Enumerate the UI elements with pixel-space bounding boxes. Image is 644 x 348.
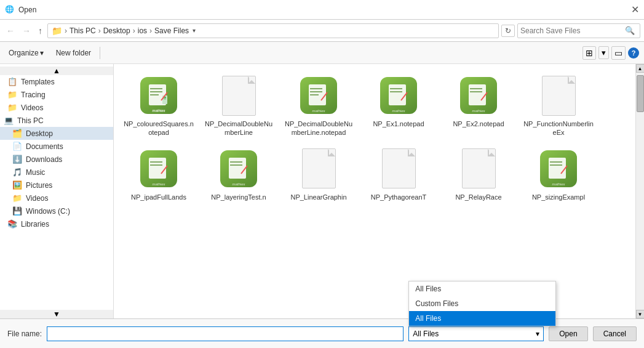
vertical-scrollbar[interactable]: ▲ ▼ — [635, 64, 644, 318]
file-item-7[interactable]: mathies NP_ipadFullLands — [119, 142, 199, 206]
file-area: mathies NP_colouredSquares.notepad NP_De… — [114, 64, 635, 318]
generic-file-icon-10 — [382, 148, 416, 188]
scroll-thumb[interactable] — [637, 75, 644, 112]
path-desktop[interactable]: Desktop — [103, 26, 130, 35]
file-icon-4: mathies — [377, 74, 420, 117]
close-button[interactable]: ✕ — [631, 4, 639, 15]
file-icon-5: mathies — [457, 74, 500, 117]
search-box: 🔍 — [517, 23, 640, 38]
svg-rect-23 — [150, 164, 162, 166]
file-name-10: NP_PythagoreanT — [371, 193, 427, 201]
file-item-5[interactable]: mathies NP_Ex2.notepad — [439, 69, 519, 142]
sidebar-item-music[interactable]: 🎵 Music — [0, 166, 113, 179]
sidebar-item-documents[interactable]: 📄 Documents — [0, 140, 113, 153]
svg-rect-1 — [150, 88, 162, 89]
file-item-9[interactable]: NP_LinearGraphin — [279, 142, 359, 206]
organize-button[interactable]: Organize ▾ — [5, 47, 47, 59]
svg-rect-21 — [149, 158, 166, 179]
new-folder-label: New folder — [56, 49, 91, 57]
notepad-app-icon-12: mathies — [540, 150, 577, 187]
path-save-files[interactable]: Save Files — [154, 26, 189, 35]
organize-label: Organize — [9, 49, 39, 57]
sidebar-label-templates: Templates — [21, 78, 55, 86]
dropdown-option-custom-files[interactable]: Custom Files — [409, 296, 555, 311]
help-button[interactable]: ? — [628, 47, 639, 59]
path-ios[interactable]: ios — [138, 26, 147, 35]
file-item-10[interactable]: NP_PythagoreanT — [359, 142, 439, 206]
sidebar-item-downloads[interactable]: ⬇️ Downloads — [0, 153, 113, 166]
back-button[interactable]: ← — [4, 25, 17, 37]
file-name-6: NP_FunctionNumberlineEx — [522, 119, 595, 137]
svg-rect-9 — [310, 88, 322, 89]
view-details-button[interactable]: ▭ — [611, 46, 626, 60]
sidebar-scroll-down[interactable]: ▼ — [0, 310, 113, 318]
path-this-pc[interactable]: This PC — [70, 26, 96, 35]
file-item-2[interactable]: NP_DecimalDoubleNumberLine — [199, 69, 279, 142]
toolbar: Organize ▾ New folder ⊞ ▾ ▭ ? — [0, 42, 644, 64]
notepad-app-icon-8: mathies — [220, 150, 257, 187]
pictures-icon: 🖼️ — [12, 180, 22, 190]
file-name-2: NP_DecimalDoubleNumberLine — [202, 119, 275, 137]
generic-file-icon-11 — [462, 148, 496, 188]
view-dropdown-button[interactable]: ▾ — [598, 46, 609, 59]
file-icon-6 — [537, 74, 580, 117]
address-path: 📁 › This PC › Desktop › ios › Save Files… — [47, 23, 499, 38]
tracing-icon: 📁 — [7, 90, 17, 99]
scroll-up-button[interactable]: ▲ — [636, 64, 645, 73]
cancel-button[interactable]: Cancel — [593, 326, 637, 341]
dropdown-option-all-files[interactable]: All Files — [409, 281, 555, 296]
sidebar-item-videos2[interactable]: 📁 Videos — [0, 192, 113, 204]
file-type-container: All Files ▾ All Files Custom Files All F… — [408, 326, 544, 341]
file-item-6[interactable]: NP_FunctionNumberlineEx — [519, 69, 598, 142]
file-icon-3: mathies — [297, 74, 340, 117]
sidebar-label-music: Music — [26, 168, 45, 177]
notepad-app-icon-5: mathies — [460, 77, 497, 114]
file-type-dropdown-trigger[interactable]: All Files ▾ — [408, 326, 544, 341]
open-button[interactable]: Open — [549, 326, 587, 341]
svg-rect-31 — [550, 164, 562, 166]
view-large-icons-button[interactable]: ⊞ — [582, 46, 596, 60]
sidebar-scroll-up[interactable]: ▲ — [0, 67, 113, 75]
sidebar-item-templates[interactable]: 📋 Templates — [0, 75, 113, 88]
file-item-3[interactable]: mathies NP_DecimalDoubleNumberLine.notep… — [279, 69, 359, 142]
file-name-1: NP_colouredSquares.notepad — [122, 119, 195, 137]
sidebar-label-tracing: Tracing — [21, 91, 46, 99]
search-input[interactable] — [520, 26, 625, 35]
svg-rect-27 — [230, 164, 242, 166]
file-name-input[interactable] — [47, 326, 403, 341]
sidebar-item-libraries[interactable]: 📚 Libraries — [0, 217, 113, 230]
libraries-icon: 📚 — [7, 219, 17, 229]
up-button[interactable]: ↑ — [36, 25, 45, 37]
svg-rect-18 — [470, 88, 482, 89]
sidebar-item-windows-c[interactable]: 💾 Windows (C:) — [0, 204, 113, 217]
sidebar-item-this-pc[interactable]: 💻 This PC — [0, 114, 113, 127]
svg-rect-22 — [150, 161, 162, 163]
file-item-8[interactable]: mathies NP_layeringTest.n — [199, 142, 279, 206]
sidebar-item-pictures[interactable]: 🖼️ Pictures — [0, 179, 113, 192]
sidebar-item-tracing[interactable]: 📁 Tracing — [0, 88, 113, 101]
windows-c-icon: 💾 — [12, 206, 22, 216]
scroll-down-button[interactable]: ▼ — [636, 310, 645, 318]
file-item-1[interactable]: mathies NP_colouredSquares.notepad — [119, 69, 199, 142]
dropdown-option-all-files-selected[interactable]: All Files — [409, 311, 555, 326]
forward-button[interactable]: → — [20, 25, 33, 37]
videos2-icon: 📁 — [12, 193, 22, 203]
sidebar: ▲ 📋 Templates 📁 Tracing 📁 Videos 💻 This … — [0, 64, 114, 318]
sidebar-item-desktop[interactable]: 🗂️ Desktop — [0, 127, 113, 140]
new-folder-button[interactable]: New folder — [52, 47, 95, 59]
generic-file-icon-9 — [302, 148, 336, 188]
svg-rect-13 — [389, 84, 406, 105]
file-item-11[interactable]: NP_RelayRace — [439, 142, 519, 206]
search-icon: 🔍 — [625, 26, 635, 35]
path-dropdown-button[interactable]: ▾ — [193, 27, 196, 34]
file-icon-7: mathies — [137, 147, 180, 190]
refresh-button[interactable]: ↻ — [501, 25, 515, 37]
svg-rect-15 — [390, 91, 402, 92]
title-bar: 🌐 Open ✕ — [0, 0, 644, 20]
toolbar-right: ⊞ ▾ ▭ ? — [582, 46, 639, 60]
file-icon-8: mathies — [217, 147, 260, 190]
file-area-wrapper: mathies NP_colouredSquares.notepad NP_De… — [114, 64, 644, 318]
file-item-4[interactable]: mathies NP_Ex1.notepad — [359, 69, 439, 142]
sidebar-item-videos[interactable]: 📁 Videos — [0, 101, 113, 114]
file-item-12[interactable]: mathies NP_sizingExampl — [519, 142, 598, 206]
